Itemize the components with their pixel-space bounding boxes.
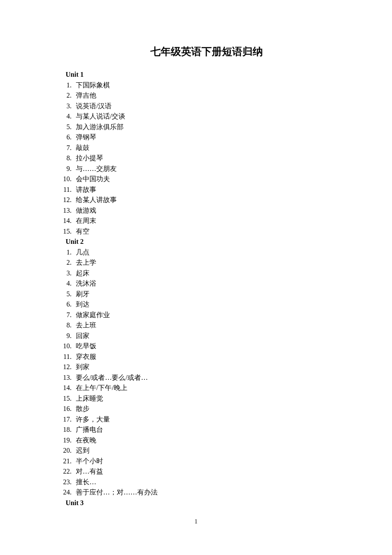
- unit-header: Unit 2: [66, 237, 354, 247]
- item-number: 14.: [60, 216, 72, 226]
- list-item: 15.上床睡觉: [60, 393, 354, 404]
- page-number: 1: [0, 518, 392, 525]
- item-text: 在上午/下午/晚上: [76, 383, 127, 393]
- list-item: 22.对…有益: [60, 466, 354, 477]
- list-item: 16.散步: [60, 404, 354, 414]
- list-item: 4.与某人说话/交谈: [60, 111, 354, 122]
- list-item: 3.起床: [60, 268, 354, 279]
- item-text: 给某人讲故事: [76, 195, 117, 205]
- item-number: 15.: [60, 226, 72, 237]
- item-number: 5.: [60, 289, 72, 300]
- item-number: 19.: [60, 435, 72, 446]
- item-text: 做家庭作业: [76, 310, 110, 321]
- list-item: 14.在上午/下午/晚上: [60, 383, 354, 393]
- item-number: 11.: [60, 185, 72, 195]
- item-number: 14.: [60, 383, 72, 393]
- item-text: 洗沐浴: [76, 278, 96, 289]
- item-number: 12.: [60, 195, 72, 205]
- item-number: 3.: [60, 101, 72, 112]
- item-text: 做游戏: [76, 205, 96, 216]
- item-text: 到达: [76, 299, 89, 310]
- list-item: 1.下国际象棋: [60, 80, 354, 91]
- list-item: 23.擅长…: [60, 477, 354, 488]
- list-item: 8.拉小提琴: [60, 153, 354, 164]
- item-text: 有空: [76, 226, 89, 237]
- list-item: 9.回家: [60, 331, 354, 341]
- list-item: 9.与……交朋友: [60, 164, 354, 174]
- item-number: 11.: [60, 352, 72, 362]
- item-number: 4.: [60, 111, 72, 122]
- list-item: 19.在夜晚: [60, 435, 354, 446]
- list-item: 10.会中国功夫: [60, 174, 354, 185]
- item-number: 24.: [60, 487, 72, 498]
- list-item: 15.有空: [60, 226, 354, 237]
- list-item: 11.讲故事: [60, 185, 354, 195]
- item-number: 8.: [60, 320, 72, 331]
- list-item: 20.迟到: [60, 445, 354, 456]
- item-number: 7.: [60, 143, 72, 153]
- list-item: 7.敲鼓: [60, 143, 354, 153]
- item-text: 散步: [76, 404, 89, 414]
- item-text: 在周末: [76, 216, 96, 226]
- item-text: 对…有益: [76, 466, 103, 477]
- item-number: 12.: [60, 362, 72, 373]
- list-item: 10.吃早饭: [60, 341, 354, 352]
- list-item: 2.弹吉他: [60, 90, 354, 101]
- item-number: 13.: [60, 373, 72, 383]
- item-number: 21.: [60, 456, 72, 467]
- item-text: 回家: [76, 331, 89, 341]
- item-number: 10.: [60, 341, 72, 352]
- item-number: 23.: [60, 477, 72, 488]
- item-text: 到家: [76, 362, 89, 373]
- item-text: 讲故事: [76, 185, 96, 195]
- list-item: 1.几点: [60, 247, 354, 258]
- list-item: 6.到达: [60, 299, 354, 310]
- list-item: 17.许多，大量: [60, 414, 354, 425]
- item-number: 13.: [60, 205, 72, 216]
- unit-header: Unit 1: [66, 69, 354, 80]
- item-number: 2.: [60, 257, 72, 268]
- item-number: 8.: [60, 153, 72, 164]
- list-item: 2.去上学: [60, 257, 354, 268]
- item-number: 7.: [60, 310, 72, 321]
- item-text: 擅长…: [76, 477, 96, 488]
- item-number: 9.: [60, 331, 72, 341]
- item-text: 敲鼓: [76, 143, 89, 153]
- item-text: 说英语/汉语: [76, 101, 112, 112]
- unit-header: Unit 3: [66, 498, 354, 509]
- item-text: 加入游泳俱乐部: [76, 122, 124, 133]
- list-item: 3.说英语/汉语: [60, 101, 354, 112]
- item-number: 3.: [60, 268, 72, 279]
- document-title: 七年级英语下册短语归纳: [60, 45, 354, 58]
- list-item: 24.善于应付…；对……有办法: [60, 487, 354, 498]
- list-item: 12.到家: [60, 362, 354, 373]
- item-text: 许多，大量: [76, 414, 110, 425]
- item-text: 弹钢琴: [76, 132, 96, 143]
- list-item: 11.穿衣服: [60, 352, 354, 362]
- list-item: 8.去上班: [60, 320, 354, 331]
- item-number: 18.: [60, 425, 72, 435]
- item-number: 6.: [60, 299, 72, 310]
- item-text: 在夜晚: [76, 435, 96, 446]
- item-text: 下国际象棋: [76, 80, 110, 91]
- list-item: 14.在周末: [60, 216, 354, 226]
- item-number: 17.: [60, 414, 72, 425]
- item-text: 几点: [76, 247, 89, 258]
- item-number: 1.: [60, 80, 72, 91]
- list-item: 4.洗沐浴: [60, 278, 354, 289]
- item-text: 穿衣服: [76, 352, 96, 362]
- list-item: 6.弹钢琴: [60, 132, 354, 143]
- phrase-list: 1.几点2.去上学3.起床4.洗沐浴5.刷牙6.到达7.做家庭作业8.去上班9.…: [60, 247, 354, 498]
- item-text: 与……交朋友: [76, 164, 117, 174]
- phrase-list: 1.下国际象棋2.弹吉他3.说英语/汉语4.与某人说话/交谈5.加入游泳俱乐部6…: [60, 80, 354, 237]
- list-item: 18.广播电台: [60, 425, 354, 435]
- item-text: 起床: [76, 268, 89, 279]
- item-text: 拉小提琴: [76, 153, 103, 164]
- item-text: 上床睡觉: [76, 393, 103, 404]
- item-text: 迟到: [76, 445, 89, 456]
- item-text: 与某人说话/交谈: [76, 111, 125, 122]
- item-text: 会中国功夫: [76, 174, 110, 185]
- item-number: 5.: [60, 122, 72, 133]
- item-number: 16.: [60, 404, 72, 414]
- item-text: 善于应付…；对……有办法: [76, 487, 158, 498]
